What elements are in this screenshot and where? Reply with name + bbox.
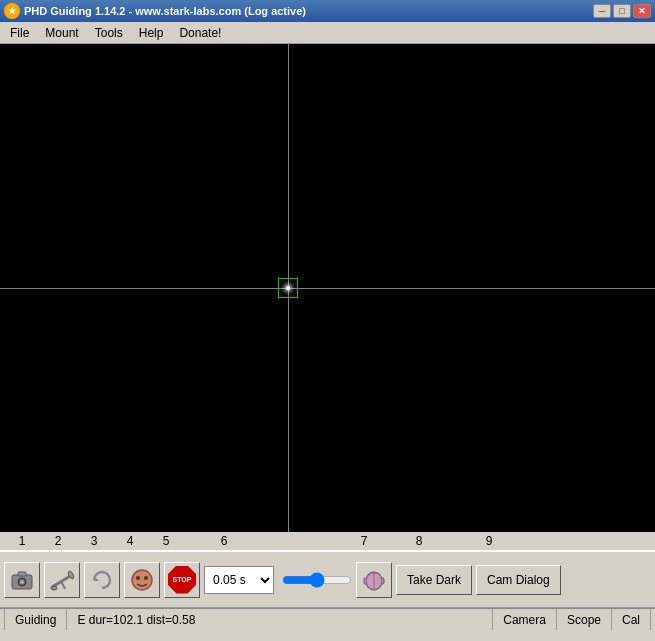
btn-num-4: 4 xyxy=(112,534,148,548)
status-guiding: Guiding xyxy=(4,609,67,630)
menu-mount[interactable]: Mount xyxy=(37,24,86,42)
star-dot xyxy=(286,286,290,290)
btn-num-6: 6 xyxy=(184,534,264,548)
cam-dialog-button[interactable]: Cam Dialog xyxy=(476,565,561,595)
maximize-button[interactable]: □ xyxy=(613,4,631,18)
btn-num-2: 2 xyxy=(40,534,76,548)
loop-icon xyxy=(90,568,114,592)
menu-tools[interactable]: Tools xyxy=(87,24,131,42)
star-select-button[interactable] xyxy=(124,562,160,598)
toolbar: STOP 0.01 s 0.02 s 0.05 s 0.1 s 0.25 s 0… xyxy=(0,550,655,608)
gain-slider[interactable] xyxy=(282,570,352,590)
menu-file[interactable]: File xyxy=(2,24,37,42)
btn-num-7: 7 xyxy=(344,534,384,548)
svg-rect-3 xyxy=(18,572,26,576)
svg-point-11 xyxy=(144,576,148,580)
menu-help[interactable]: Help xyxy=(131,24,172,42)
star-box xyxy=(278,278,298,298)
svg-point-9 xyxy=(132,570,152,590)
btn-num-9: 9 xyxy=(454,534,524,548)
stop-icon: STOP xyxy=(168,566,196,594)
camera-icon xyxy=(10,569,34,591)
svg-point-10 xyxy=(136,576,140,580)
btn-num-1: 1 xyxy=(4,534,40,548)
status-cal: Cal xyxy=(612,609,651,630)
status-camera: Camera xyxy=(493,609,557,630)
title-controls[interactable]: ─ □ ✕ xyxy=(593,4,651,18)
main-view xyxy=(0,44,655,532)
face-icon xyxy=(129,567,155,593)
stop-button[interactable]: STOP xyxy=(164,562,200,598)
btn-num-3: 3 xyxy=(76,534,112,548)
loop-button[interactable] xyxy=(84,562,120,598)
status-info: E dur=102.1 dist=0.58 xyxy=(67,609,493,630)
camera-button[interactable] xyxy=(4,562,40,598)
exposure-group[interactable]: 0.01 s 0.02 s 0.05 s 0.1 s 0.25 s 0.5 s … xyxy=(204,562,274,598)
status-scope: Scope xyxy=(557,609,612,630)
exposure-select[interactable]: 0.01 s 0.02 s 0.05 s 0.1 s 0.25 s 0.5 s … xyxy=(204,566,274,594)
brain-icon xyxy=(361,567,387,593)
app-icon: ★ xyxy=(4,3,20,19)
title-bar: ★ PHD Guiding 1.14.2 - www.stark-labs.co… xyxy=(0,0,655,22)
telescope-icon xyxy=(49,567,75,593)
btn-num-8: 8 xyxy=(384,534,454,548)
slider-group xyxy=(282,570,352,590)
svg-point-2 xyxy=(20,580,24,584)
telescope-button[interactable] xyxy=(44,562,80,598)
btn-num-5: 5 xyxy=(148,534,184,548)
brain-button[interactable] xyxy=(356,562,392,598)
window-title: PHD Guiding 1.14.2 - www.stark-labs.com … xyxy=(24,5,306,17)
svg-line-5 xyxy=(61,581,65,589)
take-dark-button[interactable]: Take Dark xyxy=(396,565,472,595)
toolbar-numbers: 1 2 3 4 5 6 7 8 9 xyxy=(0,532,655,550)
menu-bar: File Mount Tools Help Donate! xyxy=(0,22,655,44)
svg-marker-8 xyxy=(94,576,99,581)
minimize-button[interactable]: ─ xyxy=(593,4,611,18)
crosshair-horizontal xyxy=(0,288,655,289)
svg-point-6 xyxy=(51,586,57,590)
status-bar: Guiding E dur=102.1 dist=0.58 Camera Sco… xyxy=(0,608,655,630)
close-button[interactable]: ✕ xyxy=(633,4,651,18)
title-left: ★ PHD Guiding 1.14.2 - www.stark-labs.co… xyxy=(4,3,306,19)
menu-donate[interactable]: Donate! xyxy=(171,24,229,42)
